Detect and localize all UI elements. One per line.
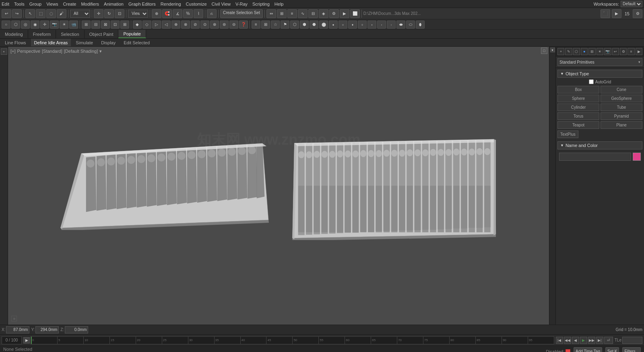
disabled-btn[interactable] <box>566 349 570 352</box>
primitives-dropdown[interactable]: Standard Primitives ▾ <box>557 58 642 66</box>
tab-populate[interactable]: Populate <box>118 30 146 38</box>
autogrid-checkbox-label[interactable]: AutoGrid <box>589 79 611 84</box>
move-btn[interactable]: ✛ <box>94 9 103 18</box>
undo-scene-btn[interactable]: ⎌ <box>207 9 217 18</box>
isolate-btn[interactable]: ◎ <box>21 21 30 29</box>
select-obj-btn[interactable]: ○ <box>2 21 10 29</box>
timeline-track[interactable]: 0510152025303540455055606570758085909510… <box>31 336 554 344</box>
viewport-default-shading[interactable]: [Default Shading] <box>64 49 98 54</box>
toolbar2-b22[interactable]: ⬡ <box>290 21 299 29</box>
pivot-btn[interactable]: ⊕ <box>152 9 161 18</box>
workspace-dropdown[interactable]: Default <box>621 1 642 7</box>
x-input[interactable] <box>6 326 29 333</box>
menu-animation[interactable]: Animation <box>104 2 124 6</box>
rp-camera-btn[interactable]: 📷 <box>604 48 611 55</box>
render-active-btn[interactable]: ▶ <box>612 9 621 18</box>
rp-texture-btn[interactable]: ⊞ <box>588 48 595 55</box>
toolbar2-b19[interactable]: ⊞ <box>261 21 270 29</box>
toolbar2-b13[interactable]: ⊙ <box>200 21 209 29</box>
filter-dropdown[interactable]: All <box>70 10 90 18</box>
toolbar2-b14[interactable]: ⊛ <box>210 21 219 29</box>
render-frame-btn[interactable]: ⬜ <box>350 9 360 18</box>
transport-prev-frame[interactable]: ◀◀ <box>564 337 571 344</box>
toolbar2-b20[interactable]: ☆ <box>271 21 280 29</box>
capture-btn[interactable]: 📷 <box>50 21 59 29</box>
toolbar2-b26[interactable]: ⬥ <box>329 21 338 29</box>
toolbar2-b34[interactable]: ⬭ <box>406 21 415 29</box>
prim-cone-btn[interactable]: Cone <box>601 86 642 93</box>
toolbar2-b29[interactable]: ⬨ <box>358 21 367 29</box>
add-time-tag-btn[interactable]: Add Time Tag <box>574 347 602 352</box>
rp-scene-btn[interactable]: ⬡ <box>573 48 580 55</box>
filters-btn[interactable]: Filters... <box>622 347 641 352</box>
tab-selection[interactable]: Selection <box>56 30 84 38</box>
schematic-btn[interactable]: ⊟ <box>308 9 318 18</box>
sec-tab-line-flows[interactable]: Line Flows <box>2 39 29 46</box>
tle-field[interactable] <box>622 337 642 344</box>
menu-create[interactable]: Create <box>63 2 76 6</box>
toolbar2-b21[interactable]: ⚑ <box>281 21 289 29</box>
ref-coord-dropdown[interactable]: View <box>128 10 148 18</box>
menu-vray[interactable]: V-Ray <box>235 2 248 6</box>
percent-snap-btn[interactable]: % <box>183 9 193 18</box>
gizmo-icon[interactable]: ⊕ <box>11 316 17 321</box>
sec-tab-display[interactable]: Display <box>98 39 119 46</box>
prim-teapot-btn[interactable]: Teapot <box>557 121 599 129</box>
toolbar2-b24[interactable]: ⬣ <box>310 21 318 29</box>
rp-sphere-btn[interactable]: ● <box>581 48 588 55</box>
prim-geosphere-btn[interactable]: GeoSphere <box>601 95 642 102</box>
menu-modifiers[interactable]: Modifiers <box>81 2 99 6</box>
transport-goto-start[interactable]: |◀ <box>556 337 563 344</box>
toolbar2-b31[interactable]: ⬪ <box>377 21 386 29</box>
redo-btn[interactable]: ↪ <box>12 9 22 18</box>
set-k-btn[interactable]: Set K <box>605 347 619 352</box>
align-btn[interactable]: ⊞ <box>277 9 287 18</box>
strip-btn-1[interactable]: ▼ <box>550 48 555 52</box>
prim-cylinder-btn[interactable]: Cylinder <box>557 104 599 111</box>
menu-civil-view[interactable]: Civil View <box>212 2 231 6</box>
transport-play[interactable]: ▶ <box>580 337 587 344</box>
toolbar2-b35[interactable]: ⬮ <box>416 21 425 29</box>
menu-graph-editors[interactable]: Graph Editors <box>128 2 156 6</box>
toolbar2-b27[interactable]: ⬦ <box>339 21 347 29</box>
toolbar2-b32[interactable]: ⬫ <box>387 21 396 29</box>
scale-btn[interactable]: ⊡ <box>115 9 124 18</box>
toolbar2-b16[interactable]: ⊝ <box>229 21 238 29</box>
menu-views[interactable]: Views <box>46 2 58 6</box>
menu-customize[interactable]: Customize <box>186 2 207 6</box>
toolbar2-b11[interactable]: ⊗ <box>181 21 190 29</box>
toolbar2-btn1[interactable]: ⊞ <box>82 21 91 29</box>
prim-plane-btn[interactable]: Plane <box>601 121 642 129</box>
snap-btn[interactable]: 🧲 <box>162 9 172 18</box>
select-btn[interactable]: ↖ <box>25 9 35 18</box>
toolbar2-b30[interactable]: ⬩ <box>367 21 376 29</box>
settings-btn[interactable]: ⚙ <box>633 9 642 18</box>
y-input[interactable] <box>35 326 59 333</box>
rotate-btn[interactable]: ↻ <box>104 9 114 18</box>
menu-scripting[interactable]: Scripting <box>252 2 270 6</box>
toolbar2-b9[interactable]: ◁ <box>162 21 171 29</box>
layer-btn[interactable]: ≡ <box>287 9 297 18</box>
create-selection-set-btn[interactable]: Create Selection Set <box>220 9 263 18</box>
tab-modeling[interactable]: Modeling <box>0 30 28 38</box>
sec-tab-simulate[interactable]: Simulate <box>72 39 96 46</box>
material-btn[interactable]: ◈ <box>319 9 328 18</box>
sec-tab-edit-selected[interactable]: Edit Selected <box>120 39 153 46</box>
lights-btn[interactable]: ☀ <box>60 21 68 29</box>
viewport-shading[interactable]: [Standard] <box>42 49 62 54</box>
render-setup-btn[interactable]: ⚙ <box>329 9 339 18</box>
menu-tools[interactable]: Tools <box>14 2 25 6</box>
viewport[interactable]: [+] Perspective [Standard] [Default Shad… <box>8 47 549 325</box>
rp-expand-btn[interactable]: ▶ <box>636 48 642 55</box>
color-swatch[interactable] <box>633 153 641 161</box>
mirror-btn[interactable]: ⇔ <box>266 9 276 18</box>
viewport-nav-bracket[interactable]: [+] <box>10 49 16 54</box>
paint-btn[interactable]: ⬡ <box>11 21 20 29</box>
prim-textplus-btn[interactable]: TextPlus <box>557 130 578 138</box>
toolbar2-btn5[interactable]: ⊞ <box>120 21 129 29</box>
prim-box-btn[interactable]: Box <box>557 86 599 93</box>
menu-help[interactable]: Help <box>275 2 284 6</box>
lasso-btn[interactable]: ◌ <box>46 9 56 18</box>
z-input[interactable] <box>65 326 88 333</box>
object-name-input[interactable] <box>559 153 631 161</box>
